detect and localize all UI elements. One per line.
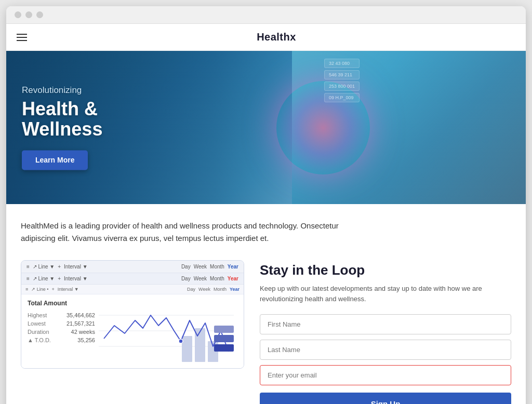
chart-stat-label-lowest: Lowest bbox=[28, 320, 46, 327]
description-section: HealthMed is a leading provider of healt… bbox=[6, 204, 380, 255]
chart-interval[interactable]: Interval ▼ bbox=[64, 264, 87, 270]
browser-dot-green bbox=[36, 11, 43, 18]
chart-month[interactable]: Month bbox=[210, 264, 224, 270]
chart-interval3[interactable]: Interval ▼ bbox=[58, 287, 79, 292]
chart-stats-panel: Total Amount Highest 35,464,662 Lowest 2… bbox=[28, 300, 95, 364]
form-section: Stay in the Loop Keep up with our latest… bbox=[260, 260, 511, 404]
svg-rect-7 bbox=[214, 326, 234, 333]
chart-week2[interactable]: Week bbox=[194, 276, 207, 281]
chart-year-tab2[interactable]: Year bbox=[228, 276, 238, 281]
chart-add-icon2[interactable]: + bbox=[58, 276, 61, 281]
email-input[interactable] bbox=[260, 365, 511, 385]
hero-data-cards: 32 43 080 546 39 211 253 800 001 09 H.P_… bbox=[324, 59, 360, 102]
form-title: Stay in the Loop bbox=[260, 262, 511, 278]
chart-year-tab1[interactable]: Year bbox=[228, 264, 238, 270]
chart-line-option2[interactable]: ↗ Line ▼ bbox=[33, 276, 55, 281]
hero-banner: 32 43 080 546 39 211 253 800 001 09 H.P_… bbox=[6, 51, 526, 204]
chart-day[interactable]: Day bbox=[181, 264, 191, 270]
chart-menu-icon: ≡ bbox=[26, 264, 30, 270]
chart-day3[interactable]: Day bbox=[187, 287, 195, 292]
browser-dot-yellow bbox=[25, 11, 32, 18]
line-chart-svg bbox=[95, 300, 237, 362]
chart-add-icon[interactable]: + bbox=[58, 264, 61, 270]
chart-stat-label-duration: Duration bbox=[28, 329, 49, 335]
chart-total-label: Total Amount bbox=[28, 300, 95, 307]
chart-day2[interactable]: Day bbox=[181, 276, 191, 281]
chart-stat-lowest: Lowest 21,567,321 bbox=[28, 319, 95, 328]
chart-year-tab3[interactable]: Year bbox=[230, 287, 240, 292]
bottom-section: ≡ ↗ Line ▼ + Interval ▼ Day Week Month Y… bbox=[6, 255, 526, 404]
last-name-input[interactable] bbox=[260, 340, 511, 360]
chart-month3[interactable]: Month bbox=[214, 287, 227, 292]
chart-tabs-row3: ≡ ↗ Line • + Interval ▼ Day Week Month Y… bbox=[21, 285, 244, 294]
chart-menu-icon2: ≡ bbox=[26, 276, 30, 281]
svg-point-6 bbox=[179, 339, 183, 343]
hero-title: Health &Wellness bbox=[22, 99, 102, 140]
chart-add-icon3[interactable]: + bbox=[51, 287, 54, 292]
chart-tabs-row1: ≡ ↗ Line ▼ + Interval ▼ Day Week Month Y… bbox=[21, 261, 244, 273]
chart-line-option3[interactable]: ↗ Line • bbox=[31, 287, 48, 292]
hero-data-card-4: 09 H.P_009 bbox=[324, 93, 360, 102]
chart-stat-value-lowest: 21,567,321 bbox=[66, 320, 95, 327]
first-name-input[interactable] bbox=[260, 314, 511, 334]
hero-subtitle: Revolutionizing bbox=[22, 85, 102, 96]
svg-rect-3 bbox=[182, 336, 192, 362]
svg-rect-9 bbox=[214, 344, 234, 352]
browser-window: Healthx 32 43 080 546 39 211 253 800 001… bbox=[6, 6, 526, 404]
chart-container: ≡ ↗ Line ▼ + Interval ▼ Day Week Month Y… bbox=[21, 260, 244, 369]
chart-graph-area bbox=[95, 300, 237, 364]
chart-line-option[interactable]: ↗ Line ▼ bbox=[33, 264, 55, 270]
hero-data-card-2: 546 39 211 bbox=[324, 70, 360, 79]
chart-stat-highest: Highest 35,464,662 bbox=[28, 311, 95, 319]
chart-interval2[interactable]: Interval ▼ bbox=[64, 276, 87, 281]
sign-up-button[interactable]: Sign Up bbox=[260, 393, 511, 404]
chart-stat-value-duration: 42 weeks bbox=[71, 329, 95, 335]
chart-month2[interactable]: Month bbox=[210, 276, 224, 281]
hamburger-icon[interactable] bbox=[17, 34, 27, 41]
chart-stat-tod: ▲ T.O.D. 35,256 bbox=[28, 336, 95, 344]
chart-stat-label-highest: Highest bbox=[28, 312, 47, 318]
chart-tabs-row2: ≡ ↗ Line ▼ + Interval ▼ Day Week Month Y… bbox=[21, 273, 244, 285]
hero-data-card-1: 32 43 080 bbox=[324, 59, 360, 68]
form-description: Keep up with our latest developments and… bbox=[260, 284, 511, 304]
chart-stat-duration: Duration 42 weeks bbox=[28, 328, 95, 336]
learn-more-button[interactable]: Learn More bbox=[22, 150, 88, 170]
navbar: Healthx bbox=[6, 24, 526, 51]
svg-rect-8 bbox=[214, 335, 234, 342]
hero-data-card-3: 253 800 001 bbox=[324, 82, 360, 91]
chart-menu-icon3: ≡ bbox=[25, 287, 28, 292]
chart-week[interactable]: Week bbox=[194, 264, 207, 270]
chart-stat-value-highest: 35,464,662 bbox=[66, 312, 95, 318]
chart-week3[interactable]: Week bbox=[198, 287, 210, 292]
browser-dot-red bbox=[15, 11, 21, 18]
chart-stat-value-tod: 35,256 bbox=[77, 337, 95, 343]
navbar-title: Healthx bbox=[37, 31, 515, 43]
browser-titlebar bbox=[6, 6, 526, 24]
description-text: HealthMed is a leading provider of healt… bbox=[21, 220, 366, 245]
hero-content: Revolutionizing Health &Wellness Learn M… bbox=[22, 85, 102, 170]
chart-stat-label-tod: ▲ T.O.D. bbox=[28, 337, 51, 343]
